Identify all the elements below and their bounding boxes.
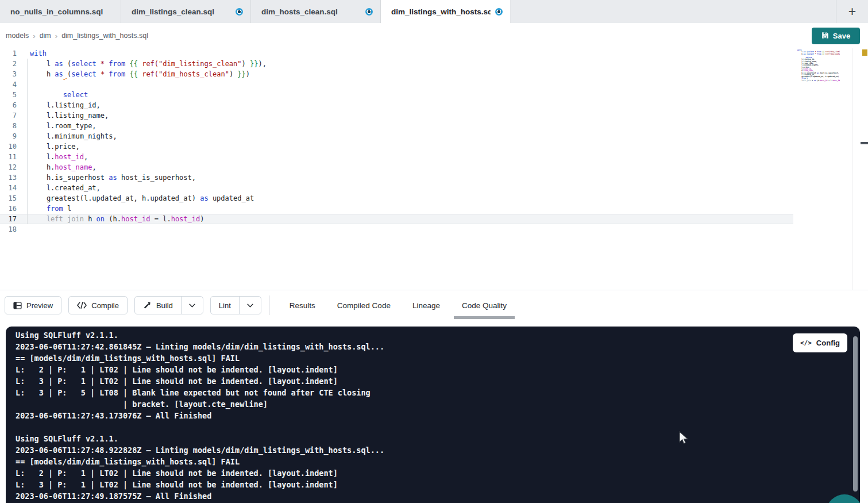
config-button[interactable]: </> Config <box>793 333 847 352</box>
code-line[interactable]: 7 l.listing_name, <box>0 110 793 121</box>
code-line[interactable]: 3 h as (select * from {{ ref("dim_hosts_… <box>0 69 793 79</box>
preview-button-main[interactable]: Preview <box>5 297 61 314</box>
tab-label: dim_listings_with_hosts.sql <box>391 7 491 16</box>
code-text: h as (select * from {{ ref("dim_hosts_cl… <box>797 53 840 55</box>
code-text: l.listing_id, <box>17 100 101 110</box>
overview-warning-marker <box>862 49 867 56</box>
editor-tab[interactable]: dim_hosts_clean.sql <box>251 0 381 23</box>
code-line[interactable]: 6 l.listing_id, <box>0 100 793 110</box>
line-number: 8 <box>0 121 17 131</box>
toolbar-divider <box>269 295 270 315</box>
new-tab-button[interactable]: + <box>836 0 868 23</box>
lint-button-main[interactable]: Lint <box>211 297 239 314</box>
code-line[interactable]: 18 <box>0 224 793 235</box>
line-number: 17 <box>0 214 17 224</box>
terminal-line: L: 3 | P: 5 | LT08 | Blank line expected… <box>16 387 785 398</box>
compile-button[interactable]: Compile <box>68 296 128 314</box>
code-line[interactable]: 11 l.host_id, <box>0 152 793 162</box>
code-line[interactable]: 2 l as (select * from {{ ref("dim_listin… <box>0 59 793 69</box>
tab-compiled-code[interactable]: Compiled Code <box>336 290 392 320</box>
config-label: Config <box>816 339 840 347</box>
save-button[interactable]: Save <box>812 28 860 44</box>
line-number: 10 <box>0 141 17 152</box>
code-text: l.created_at, <box>17 183 101 193</box>
line-number: 1 <box>0 48 17 59</box>
lint-dropdown-button[interactable] <box>239 297 261 314</box>
code-line[interactable]: 13 h.is_superhost as host_is_superhost, <box>0 172 793 183</box>
unsaved-changes-icon <box>365 8 373 16</box>
tab-lineage[interactable]: Lineage <box>411 290 441 320</box>
editor-tab[interactable]: dim_listings_with_hosts.sql <box>381 0 511 23</box>
sql-code-editor[interactable]: 1with2 l as (select * from {{ ref("dim_l… <box>0 48 868 290</box>
lint-output-terminal: Using SQLFluff v2.1.1.2023-06-06T11:27:4… <box>6 327 860 503</box>
terminal-line: | bracket. [layout.cte_newline] <box>16 398 785 410</box>
terminal-line: Using SQLFluff v2.1.1. <box>16 329 785 341</box>
line-number: 14 <box>0 183 17 193</box>
build-button-main[interactable]: Build <box>135 297 181 314</box>
line-number: 9 <box>0 131 17 141</box>
code-line[interactable]: 10 l.price, <box>0 141 793 152</box>
terminal-line: 2023-06-06T11:27:43.173076Z — All Finish… <box>16 410 785 421</box>
preview-button[interactable]: Preview <box>5 296 61 314</box>
terminal-line: 2023-06-06T11:27:42.861845Z — Linting mo… <box>16 341 785 352</box>
code-line[interactable]: 5 select <box>0 90 793 100</box>
code-text: left join h on (h.host_id = l.host_id) <box>797 79 840 82</box>
minimap-line: left join h on (h.host_id = l.host_id) <box>797 80 840 82</box>
result-tabs: ResultsCompiled CodeLineageCode Quality <box>288 290 527 320</box>
line-number: 5 <box>0 90 17 100</box>
code-line[interactable]: 12 h.host_name, <box>0 162 793 172</box>
action-toolbar: PreviewCompileBuildLintResultsCompiled C… <box>0 290 868 320</box>
breadcrumb-segment: dim_listings_with_hosts.sql <box>61 32 148 40</box>
editor-tab[interactable]: dim_listings_clean.sql <box>121 0 251 23</box>
code-text <box>17 224 34 235</box>
tab-code-quality[interactable]: Code Quality <box>461 290 508 320</box>
line-number: 3 <box>0 69 17 79</box>
minimap-line <box>797 82 840 83</box>
code-line[interactable]: 17 left join h on (h.host_id = l.host_id… <box>0 214 793 224</box>
editor-scrollbar-track[interactable] <box>852 48 852 290</box>
code-icon: </> <box>800 339 812 347</box>
code-line[interactable]: 14 l.created_at, <box>0 183 793 193</box>
code-text: l.minimum_nights, <box>17 131 117 141</box>
code-line[interactable]: 8 l.room_type, <box>0 121 793 131</box>
line-number: 16 <box>0 203 17 214</box>
editor-tab[interactable]: no_nulls_in_columns.sql <box>0 0 121 23</box>
code-text: from l <box>17 203 71 214</box>
editor-minimap[interactable]: with l as (select * from {{ ref("dim_lis… <box>797 49 840 90</box>
lint-button[interactable]: Lint <box>210 296 261 314</box>
code-icon <box>77 302 87 309</box>
save-label: Save <box>833 32 850 40</box>
code-line[interactable]: 4 <box>0 79 793 90</box>
line-number: 6 <box>0 100 17 110</box>
code-line[interactable]: 15 greatest(l.updated_at, h.updated_at) … <box>0 193 793 203</box>
terminal-line: Using SQLFluff v2.1.1. <box>16 433 785 444</box>
code-text: with <box>17 48 47 59</box>
button-label: Build <box>156 301 173 310</box>
code-line[interactable]: 1with <box>0 48 793 59</box>
code-text: greatest(l.updated_at, h.updated_at) as … <box>17 193 254 203</box>
button-label: Compile <box>91 301 119 310</box>
code-text: l as (select * from {{ ref("dim_listings… <box>17 59 267 69</box>
editor-tab-bar: no_nulls_in_columns.sqldim_listings_clea… <box>0 0 868 23</box>
line-number: 12 <box>0 162 17 172</box>
terminal-line: L: 3 | P: 1 | LT02 | Line should not be … <box>16 479 785 490</box>
code-text <box>17 79 34 90</box>
tab-results[interactable]: Results <box>288 290 317 320</box>
code-line[interactable]: 9 l.minimum_nights, <box>0 131 793 141</box>
code-text: h as (select * from {{ ref("dim_hosts_cl… <box>17 69 250 79</box>
compile-button-main[interactable]: Compile <box>69 297 127 314</box>
breadcrumb-segment: models <box>6 32 29 40</box>
terminal-line: == [models/dim/dim_listings_with_hosts.s… <box>16 352 785 364</box>
save-icon <box>821 32 829 41</box>
code-line[interactable]: 16 from l <box>0 203 793 214</box>
minimap-line: h as (select * from {{ ref("dim_hosts_cl… <box>797 53 840 55</box>
build-dropdown-button[interactable] <box>181 297 203 314</box>
terminal-line <box>16 421 785 433</box>
code-text: l.room_type, <box>17 121 97 131</box>
button-label: Lint <box>219 301 231 310</box>
build-button[interactable]: Build <box>134 296 203 314</box>
terminal-scrollbar-thumb[interactable] <box>853 336 858 492</box>
line-number: 15 <box>0 193 17 203</box>
terminal-log: Using SQLFluff v2.1.1.2023-06-06T11:27:4… <box>16 329 785 502</box>
tab-label: no_nulls_in_columns.sql <box>10 7 103 16</box>
